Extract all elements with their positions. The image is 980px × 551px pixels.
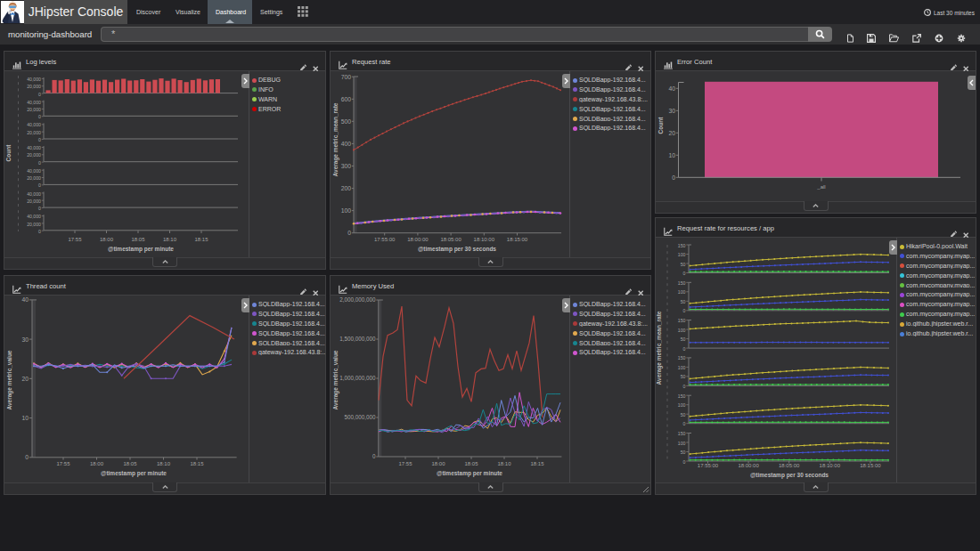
svg-text:18:00: 18:00 bbox=[431, 461, 445, 466]
svg-text:40,000: 40,000 bbox=[27, 100, 41, 105]
svg-text:500: 500 bbox=[341, 118, 352, 125]
svg-text:@timestamp per 30 seconds: @timestamp per 30 seconds bbox=[418, 246, 496, 253]
svg-text:18:10: 18:10 bbox=[157, 461, 171, 466]
svg-text:18:05:00: 18:05:00 bbox=[779, 463, 800, 468]
svg-text:18:10: 18:10 bbox=[497, 461, 511, 466]
svg-text:1,000,000,000: 1,000,000,000 bbox=[339, 375, 376, 381]
svg-text:100: 100 bbox=[678, 365, 686, 370]
svg-text:18:15:00: 18:15:00 bbox=[507, 237, 528, 242]
svg-text:100: 100 bbox=[341, 207, 352, 214]
svg-text:100: 100 bbox=[678, 402, 686, 408]
svg-text:40: 40 bbox=[21, 296, 29, 303]
svg-text:0: 0 bbox=[683, 308, 686, 313]
svg-text:20,000: 20,000 bbox=[27, 175, 41, 181]
svg-text:50: 50 bbox=[681, 299, 686, 304]
svg-text:40,000: 40,000 bbox=[27, 77, 41, 82]
svg-text:2,000,000,000: 2,000,000,000 bbox=[339, 296, 376, 303]
svg-text:40,000: 40,000 bbox=[27, 214, 41, 219]
svg-text:600: 600 bbox=[341, 96, 352, 102]
svg-text:0: 0 bbox=[38, 182, 41, 188]
svg-text:Average metric_mean_rate: Average metric_mean_rate bbox=[332, 102, 339, 176]
svg-text:0: 0 bbox=[372, 453, 376, 459]
svg-text:18:00:00: 18:00:00 bbox=[407, 237, 429, 242]
svg-text:0: 0 bbox=[683, 346, 686, 352]
svg-text:18:10: 18:10 bbox=[163, 237, 177, 242]
svg-text:700: 700 bbox=[341, 74, 352, 80]
svg-text:200: 200 bbox=[341, 185, 352, 191]
svg-text:0: 0 bbox=[25, 454, 29, 460]
svg-text:@timestamp per minute: @timestamp per minute bbox=[101, 470, 167, 477]
svg-text:18:00:00: 18:00:00 bbox=[738, 463, 759, 468]
svg-text:400: 400 bbox=[341, 141, 352, 147]
svg-text:18:10:00: 18:10:00 bbox=[474, 237, 495, 242]
svg-text:100: 100 bbox=[678, 289, 686, 295]
svg-text:18:05: 18:05 bbox=[123, 461, 137, 466]
svg-text:18:05: 18:05 bbox=[131, 237, 145, 242]
svg-text:18:05:00: 18:05:00 bbox=[440, 237, 461, 242]
svg-text:50: 50 bbox=[681, 374, 686, 379]
svg-text:20: 20 bbox=[21, 376, 29, 382]
svg-text:150: 150 bbox=[678, 355, 686, 361]
svg-text:20,000: 20,000 bbox=[27, 84, 41, 89]
svg-text:0: 0 bbox=[347, 230, 351, 236]
svg-text:20,000: 20,000 bbox=[27, 222, 41, 227]
svg-text:Average metric_value: Average metric_value bbox=[6, 350, 13, 409]
svg-text:0: 0 bbox=[683, 459, 686, 465]
svg-text:17:55:00: 17:55:00 bbox=[374, 237, 396, 242]
svg-text:50: 50 bbox=[681, 450, 686, 455]
svg-text:0: 0 bbox=[38, 137, 41, 142]
svg-text:20,000: 20,000 bbox=[27, 130, 41, 135]
svg-text:30: 30 bbox=[668, 108, 675, 114]
svg-text:20,000: 20,000 bbox=[27, 199, 41, 204]
svg-text:50: 50 bbox=[681, 336, 686, 342]
svg-text:30: 30 bbox=[21, 336, 29, 343]
svg-text:20,000: 20,000 bbox=[27, 152, 41, 158]
svg-text:100: 100 bbox=[678, 252, 686, 257]
svg-text:20,000: 20,000 bbox=[27, 107, 41, 112]
svg-text:18:00: 18:00 bbox=[90, 461, 104, 466]
svg-text:40,000: 40,000 bbox=[27, 191, 41, 197]
svg-text:@timestamp per minute: @timestamp per minute bbox=[108, 246, 174, 253]
svg-text:@timestamp per 30 seconds: @timestamp per 30 seconds bbox=[750, 472, 829, 479]
svg-text:@timestamp per minute: @timestamp per minute bbox=[437, 470, 502, 477]
svg-text:18:15: 18:15 bbox=[190, 461, 204, 466]
svg-text:50: 50 bbox=[681, 412, 686, 417]
svg-text:17:55:00: 17:55:00 bbox=[698, 463, 719, 468]
svg-text:300: 300 bbox=[341, 163, 352, 169]
svg-text:10: 10 bbox=[21, 415, 29, 421]
svg-text:Average metric_value: Average metric_value bbox=[332, 350, 339, 409]
svg-text:0: 0 bbox=[672, 174, 675, 181]
svg-text:Count: Count bbox=[5, 144, 12, 162]
svg-text:0: 0 bbox=[38, 206, 41, 211]
svg-text:18:10:00: 18:10:00 bbox=[820, 463, 841, 468]
svg-text:50: 50 bbox=[681, 262, 686, 267]
svg-text:150: 150 bbox=[678, 243, 686, 248]
svg-text:18:15:00: 18:15:00 bbox=[860, 463, 881, 468]
svg-text:500,000,000: 500,000,000 bbox=[344, 414, 376, 420]
svg-text:17:55: 17:55 bbox=[398, 461, 412, 466]
svg-text:20: 20 bbox=[668, 130, 675, 136]
svg-text:150: 150 bbox=[678, 393, 686, 399]
svg-text:0: 0 bbox=[38, 92, 41, 97]
svg-text:150: 150 bbox=[678, 431, 686, 436]
svg-text:0: 0 bbox=[38, 160, 41, 166]
svg-text:0: 0 bbox=[38, 229, 41, 234]
svg-text:40,000: 40,000 bbox=[27, 122, 41, 127]
svg-text:Count: Count bbox=[657, 117, 664, 134]
svg-text:0: 0 bbox=[683, 384, 686, 389]
svg-text:17:55: 17:55 bbox=[56, 461, 70, 466]
svg-text:Average metric_mean_rate: Average metric_mean_rate bbox=[656, 311, 663, 385]
svg-text:40: 40 bbox=[668, 85, 675, 92]
svg-text:18:05: 18:05 bbox=[464, 461, 478, 466]
svg-text:100: 100 bbox=[678, 441, 686, 446]
svg-text:_all: _all bbox=[816, 184, 825, 190]
svg-text:40,000: 40,000 bbox=[27, 145, 41, 150]
svg-text:1,500,000,000: 1,500,000,000 bbox=[339, 336, 376, 342]
svg-text:100: 100 bbox=[678, 328, 686, 333]
svg-text:18:15: 18:15 bbox=[530, 461, 544, 466]
svg-text:0: 0 bbox=[683, 271, 686, 276]
svg-text:0: 0 bbox=[683, 421, 686, 426]
svg-text:17:55: 17:55 bbox=[68, 237, 82, 242]
svg-text:10: 10 bbox=[668, 152, 675, 158]
svg-text:150: 150 bbox=[678, 318, 686, 323]
